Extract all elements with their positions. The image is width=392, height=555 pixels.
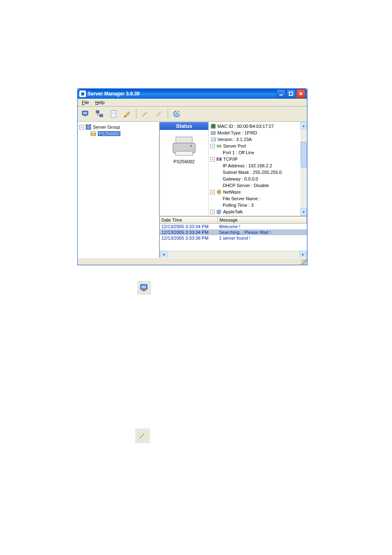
client-area: − Server Group PS256002 Status	[78, 122, 307, 258]
log-row[interactable]: 12/13/2005 3:33:34 PM Searching... Pleas…	[160, 229, 307, 235]
titlebar[interactable]: ▦ Server Manager 3.8.39	[78, 89, 307, 99]
collapse-icon[interactable]: −	[210, 210, 215, 214]
detail-fsname: File Server Name :	[210, 195, 307, 202]
status-header: Status	[160, 122, 208, 130]
statusbar	[78, 258, 307, 265]
detail-top: Status PS256002 MAC ID : 00:00:B4:0	[160, 122, 307, 217]
minimize-button[interactable]	[277, 89, 286, 98]
svg-point-11	[175, 113, 178, 115]
chip-icon	[210, 123, 216, 129]
horizontal-scrollbar[interactable]: ◄ ►	[160, 251, 307, 258]
svg-rect-13	[89, 125, 91, 127]
tool-network-icon[interactable]	[93, 108, 106, 120]
detail-ip: IP Address : 192.168.2.2	[210, 162, 307, 169]
tool-refresh-icon[interactable]	[171, 108, 183, 120]
collapse-icon[interactable]: −	[210, 190, 215, 194]
collapse-icon[interactable]: −	[79, 125, 84, 130]
log-row[interactable]: 12/13/2005 3:33:34 PM Welcome !	[160, 224, 307, 229]
collapse-icon[interactable]: −	[210, 144, 215, 148]
tool-document-icon[interactable]	[107, 108, 120, 120]
toolbar-separator	[136, 109, 136, 119]
log-header: Date Time Message	[160, 217, 307, 224]
svg-rect-5	[96, 111, 99, 113]
log-row[interactable]: 12/13/2005 3:33:38 PM 1 server found !	[160, 235, 307, 241]
svg-rect-31	[219, 157, 221, 161]
toolbar	[78, 106, 307, 122]
window-title: Server Manager 3.8.39	[88, 91, 140, 97]
svg-rect-38	[143, 290, 145, 291]
svg-rect-6	[100, 114, 103, 117]
svg-rect-37	[141, 285, 146, 289]
svg-rect-24	[211, 132, 215, 134]
tool-wand-icon[interactable]	[139, 108, 151, 120]
menubar: File Help	[78, 99, 307, 106]
collapse-icon[interactable]: −	[210, 157, 215, 162]
toolbar-separator	[168, 109, 168, 119]
scroll-up-icon[interactable]: ▲	[300, 122, 307, 130]
log-header-message[interactable]: Message	[218, 217, 307, 223]
printer-image-icon	[170, 135, 198, 157]
svg-rect-8	[124, 116, 126, 117]
resize-grip-icon[interactable]	[301, 259, 307, 265]
close-button[interactable]	[296, 89, 305, 98]
svg-point-10	[160, 111, 162, 113]
log-body: 12/13/2005 3:33:34 PM Welcome ! 12/13/20…	[160, 224, 307, 251]
detail-column: MAC ID : 00:00:B4:03:17:27 Model Type : …	[209, 122, 307, 216]
detail-dhcp: DHCP Server : Disable	[210, 182, 307, 189]
svg-rect-15	[89, 127, 91, 130]
tree-root-label: Server Group	[93, 125, 120, 130]
svg-rect-1	[289, 92, 293, 95]
tree-root-row[interactable]: − Server Group	[79, 124, 157, 130]
svg-rect-14	[86, 127, 88, 130]
vertical-scrollbar[interactable]: ▲ ▼	[300, 122, 307, 216]
tree-node-row[interactable]: PS256002	[79, 130, 157, 137]
svg-rect-0	[279, 95, 283, 95]
detail-subnet: Subnet Mask : 255.255.255.0	[210, 169, 307, 176]
detail-tcpip[interactable]: − TCP/IP	[210, 156, 307, 162]
svg-point-9	[146, 111, 148, 113]
svg-rect-27	[217, 145, 221, 147]
detail-gateway: Gateway : 0.0.0.0	[210, 176, 307, 182]
tool-write-icon[interactable]	[121, 108, 134, 120]
svg-rect-35	[218, 213, 219, 214]
svg-point-40	[144, 432, 146, 434]
scroll-left-icon[interactable]: ◄	[160, 251, 167, 258]
right-pane: Status PS256002 MAC ID : 00:00:B4:0	[160, 122, 307, 258]
version-icon: 0.0	[210, 136, 216, 142]
tool-monitor-icon[interactable]	[79, 108, 92, 120]
detail-mac: MAC ID : 00:00:B4:03:17:27	[210, 123, 307, 130]
svg-rect-3	[83, 112, 87, 114]
server-group-icon	[85, 124, 92, 130]
scroll-right-icon[interactable]: ►	[300, 251, 307, 258]
scroll-thumb[interactable]	[301, 142, 307, 167]
svg-rect-17	[92, 131, 95, 133]
svg-rect-4	[84, 116, 86, 116]
scroll-down-icon[interactable]: ▼	[300, 208, 307, 216]
detail-netware[interactable]: − NetWare	[210, 189, 307, 195]
app-icon: ▦	[79, 90, 86, 97]
port-icon	[216, 143, 222, 149]
tool-wand-disabled-icon[interactable]	[153, 108, 165, 120]
svg-rect-34	[217, 210, 221, 213]
log-header-datetime[interactable]: Date Time	[160, 217, 218, 223]
standalone-monitor-icon	[137, 281, 151, 295]
app-window: ▦ Server Manager 3.8.39 File Help	[77, 88, 307, 265]
svg-rect-30	[217, 157, 219, 161]
svg-rect-39	[142, 291, 146, 291]
svg-text:0.0: 0.0	[212, 138, 216, 141]
status-device-label: PS256002	[160, 159, 208, 164]
log-pane: Date Time Message 12/13/2005 3:33:34 PM …	[160, 217, 307, 258]
menu-help[interactable]: Help	[93, 99, 107, 105]
tcpip-icon	[216, 156, 222, 162]
detail-appletalk[interactable]: − AppleTalk	[210, 208, 307, 215]
detail-version: 0.0 Version : 3.1.23A	[210, 136, 307, 143]
tree-pane: − Server Group PS256002	[78, 122, 160, 258]
svg-point-29	[219, 146, 220, 146]
svg-point-21	[190, 145, 192, 147]
detail-model: Model Type : 1P/8D	[210, 130, 307, 136]
maximize-button[interactable]	[286, 89, 295, 98]
menu-file[interactable]: File	[79, 99, 92, 105]
scroll-track[interactable]	[300, 130, 307, 208]
detail-serverport[interactable]: − Server Port	[210, 143, 307, 149]
printer-node-icon	[90, 130, 97, 137]
